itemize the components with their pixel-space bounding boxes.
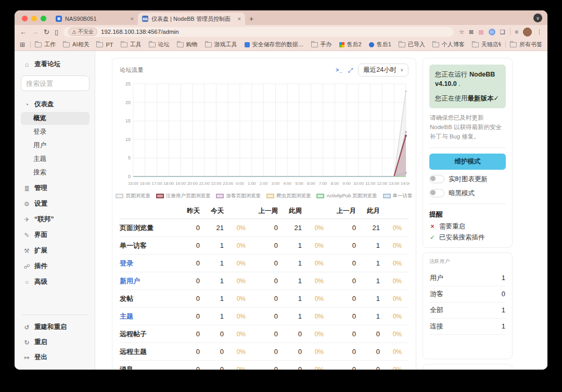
sidebar-item-plugins[interactable]: ☍ 插件 [21, 259, 90, 273]
row-label[interactable]: 发帖 [120, 294, 176, 304]
legend-swatch [383, 194, 391, 198]
new-tab-button[interactable]: + [245, 15, 259, 25]
row-label[interactable]: 登录 [120, 259, 176, 268]
legend-item[interactable]: ActivityPub 页面浏览量 [316, 193, 377, 199]
browser-tab-nodebb[interactable]: BB 仪表盘 | NodeBB 管理员控制面 × [138, 12, 245, 25]
browser-tab-nas[interactable]: ▣ NAS90B051 × [52, 12, 138, 25]
table-row: 消息 0 0 0% 0 0 0% 0 0 0% [120, 361, 408, 370]
all-bookmarks-button[interactable]: 所有书签 [510, 41, 542, 48]
reload-icon[interactable]: ↻ [44, 28, 49, 36]
realtime-chart-toggle[interactable] [429, 175, 444, 183]
bookmark-item[interactable]: 安全储存您的数据… [245, 41, 304, 48]
bookmark-item[interactable]: 售后2 [339, 41, 362, 48]
row-label[interactable]: 消息 [120, 365, 176, 370]
extension-icon-1[interactable]: ⊠ [469, 29, 474, 35]
sidebar-item-settings[interactable]: ⚙ 设置 [21, 197, 90, 211]
bookmark-item[interactable]: 手办 [311, 41, 332, 48]
svg-text:13:00: 13:00 [389, 181, 400, 186]
sidebar-item-rebuild-restart[interactable]: ↺ 重建和重启 [21, 320, 90, 334]
sidebar-item-appearance[interactable]: ✎ 界面 [21, 228, 90, 242]
terminal-icon[interactable]: >_ [336, 67, 342, 73]
svg-text:20: 20 [125, 100, 131, 105]
row-label[interactable]: 页面浏览量 [120, 223, 176, 233]
legend-item[interactable]: 爬虫页面浏览量 [266, 193, 311, 199]
chart-title: 论坛流量 [120, 66, 144, 74]
legend-item[interactable]: 页面浏览量 [116, 193, 150, 199]
extension-icon-2[interactable]: ▩ [478, 29, 483, 35]
settings-search-input[interactable] [21, 75, 90, 91]
legend-item[interactable]: 游客页面浏览量 [216, 193, 261, 199]
tab-close-icon[interactable]: × [131, 16, 134, 22]
sidebar-item-view-forum[interactable]: ⌂ 查看论坛 [21, 57, 90, 71]
bookmark-item[interactable]: AI相关 [63, 41, 89, 48]
tab-search-icon[interactable]: ∨ [533, 14, 542, 22]
legend-item[interactable]: 单一访客 [383, 193, 413, 199]
sidebar-item-extend[interactable]: ⚒ 扩展 [21, 244, 90, 258]
forum-traffic-chart[interactable]: 051015202515:0016:0017:0018:0019:0020:00… [120, 79, 408, 191]
apps-grid-icon[interactable]: ⊞ [20, 41, 25, 48]
redo-icon: ↻ [23, 339, 31, 346]
forward-icon[interactable]: → [32, 28, 39, 36]
time-range-dropdown[interactable]: 最近24小时 ∨ [358, 64, 408, 77]
side-panel-icon[interactable]: ▯ [55, 28, 58, 36]
row-label[interactable]: 单一访客 [120, 241, 176, 250]
bookmark-item[interactable]: 天猫店铺 [472, 41, 501, 48]
minimize-window-button[interactable] [31, 16, 37, 21]
sidebar-item-dashboard[interactable]: ◔ 仪表盘 [21, 97, 90, 111]
fullscreen-window-button[interactable] [41, 16, 46, 21]
bookmark-item[interactable]: 购物 [177, 41, 198, 48]
sidebar-subitem[interactable]: 搜索 [21, 166, 90, 179]
cell: 0 [254, 330, 278, 338]
sidebar-subitem[interactable]: 登录 [21, 125, 90, 138]
paint-brush-icon: ✎ [23, 232, 31, 239]
tune-icon[interactable]: ≡ [515, 29, 518, 35]
sidebar-item-logout[interactable]: ↦ 登出 [21, 350, 90, 364]
bookmark-item[interactable]: 工作 [35, 41, 56, 48]
sidebar-subitem[interactable]: 用户 [21, 139, 90, 152]
extension-icon-3[interactable]: D [489, 29, 495, 35]
bookmark-item[interactable]: 游戏工具 [205, 41, 237, 48]
bookmark-label: 购物 [186, 41, 198, 48]
sidebar-item-advanced[interactable]: ○ 高级 [21, 275, 90, 289]
bookmark-item[interactable]: 已导入 [399, 41, 425, 48]
bookmark-star-icon[interactable]: ☆ [459, 29, 464, 35]
sidebar-subitem[interactable]: 概览 [21, 112, 90, 125]
tab-close-icon[interactable]: × [238, 16, 241, 22]
legend-label: 游客页面浏览量 [226, 193, 261, 199]
extensions-menu-icon[interactable]: ❑ [500, 29, 505, 35]
url-bar[interactable]: ⚠ 不安全 192.168.100.138:4567/admin [63, 27, 454, 37]
security-chip[interactable]: ⚠ 不安全 [68, 28, 97, 36]
sidebar-item-federation[interactable]: ✈ “联邦” [21, 212, 90, 226]
dark-mode-toggle[interactable] [429, 189, 444, 197]
maintenance-mode-button[interactable]: 维护模式 [429, 154, 506, 170]
alert-item: ✓ 已安装搜索插件 [429, 233, 506, 242]
bookmark-label: 工作 [44, 41, 56, 48]
row-label[interactable]: 主题 [120, 312, 176, 321]
cell: 0 [332, 277, 356, 285]
sidebar-item-restart[interactable]: ↻ 重启 [21, 335, 90, 349]
metric-label: 连接 [430, 322, 443, 331]
bookmark-item[interactable]: PT [96, 42, 113, 48]
expand-icon[interactable]: ⤢ [348, 67, 353, 74]
bookmark-item[interactable]: 售后1 [369, 41, 391, 48]
cell: 1 [278, 312, 302, 320]
kebab-menu-icon[interactable]: ⋮ [537, 29, 542, 35]
bookmark-item[interactable]: 个人博客 [432, 41, 465, 48]
cell-percent: 0% [302, 348, 324, 356]
profile-avatar[interactable] [523, 28, 532, 36]
bookmark-item[interactable]: 工具 [121, 41, 142, 48]
close-window-button[interactable] [22, 16, 28, 21]
bookmark-label: 手办 [321, 41, 332, 48]
back-icon[interactable]: ← [20, 28, 27, 36]
row-label[interactable]: 远程主题 [120, 347, 176, 357]
bookmark-item[interactable]: 论坛 [149, 41, 170, 48]
sidebar-item-manage[interactable]: ≣ 管理 [21, 181, 90, 195]
sidebar-subitem[interactable]: 主题 [21, 153, 90, 166]
cell: 1 [200, 277, 224, 285]
running-version-line: 您正在运行 NodeBB v4.10.0 . [435, 70, 500, 88]
cell-percent: 0% [302, 331, 324, 338]
legend-item[interactable]: 注册用户页面浏览量 [156, 193, 211, 199]
row-label[interactable]: 远程帖子 [120, 330, 176, 339]
cell-percent: 0% [380, 260, 402, 267]
row-label[interactable]: 新用户 [120, 276, 176, 286]
